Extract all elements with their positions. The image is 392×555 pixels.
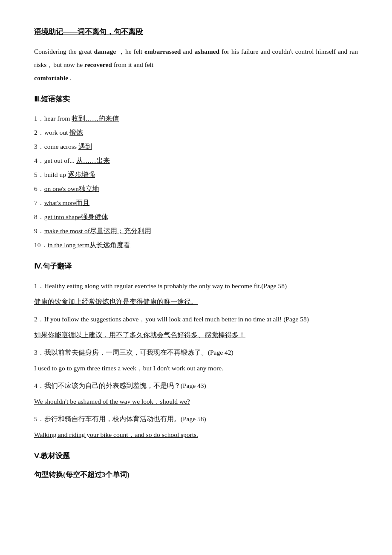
phrase-chinese: 逐步增强 [68, 171, 95, 178]
phrase-english: work out [44, 129, 69, 136]
context-text-3: and [183, 48, 192, 55]
phrase-english: on one's own [44, 185, 79, 192]
context-title: 语境助记——词不离句，句不离段 [34, 26, 358, 39]
ashamed-word-text: ashamed [195, 48, 220, 55]
translation-english-answer: We shouldn't be ashamed of the way we lo… [34, 395, 358, 408]
phrase-english: get into shape [44, 213, 81, 220]
translation-chinese: 如果你能遵循以上建议，用不了多久你就会气色好得多、感觉棒得多！ [34, 328, 358, 341]
phrase-num: 3． [34, 143, 44, 150]
phrase-num: 1． [34, 115, 44, 122]
phrase-item: 5．build up 逐步增强 [34, 168, 358, 181]
phrase-item: 9．make the most of尽量运用；充分利用 [34, 224, 358, 237]
phrase-chinese: 遇到 [78, 143, 92, 150]
phrase-num: 7． [34, 199, 44, 206]
phrases-list: 1．hear from 收到……的来信2．work out 锻炼3．come a… [34, 112, 358, 251]
phrase-num: 2． [34, 129, 44, 136]
translation-chinese-question: 4．我们不应该为自己的外表感到羞愧，不是吗？(Page 43) [34, 379, 358, 392]
damage-word: damage [94, 48, 116, 55]
phrase-english: in the long term [48, 241, 90, 249]
section-iii-title: Ⅲ.短语落实 [34, 93, 358, 106]
phrase-english: make the most of [44, 227, 90, 234]
translations-list: 1．Healthy eating along with regular exer… [34, 279, 358, 441]
section-v-title: Ⅴ.教材设题 [34, 450, 358, 463]
phrase-chinese: 从……出来 [76, 157, 110, 164]
translation-chinese-question: 5．步行和骑自行车有用，校内体育活动也有用。(Page 58) [34, 412, 358, 425]
phrase-item: 3．come across 遇到 [34, 140, 358, 153]
section-v-subtitle: 句型转换(每空不超过3个单词) [34, 468, 358, 482]
embarrassed-word: embarrassed [144, 48, 181, 55]
phrase-english: hear from [44, 115, 72, 122]
phrase-num: 8． [34, 213, 44, 220]
phrase-chinese: 而且 [76, 199, 89, 206]
phrase-num: 4． [34, 157, 44, 164]
phrase-chinese: 强身健体 [81, 213, 108, 220]
phrase-chinese: 尽量运用；充分利用 [90, 227, 151, 234]
phrase-english: build up [44, 171, 68, 178]
context-text-2: ，he felt [118, 48, 142, 55]
context-text-1: Considering the great [34, 48, 92, 55]
phrase-item: 2．work out 锻炼 [34, 126, 358, 139]
phrase-chinese: 独立地 [79, 185, 99, 192]
phrase-num: 6． [34, 185, 44, 192]
phrase-item: 8．get into shape强身健体 [34, 210, 358, 223]
translation-chinese: 健康的饮食加上经常锻炼也许是变得健康的唯一途径。 [34, 295, 358, 308]
phrase-chinese: 从长远角度看 [89, 241, 130, 249]
recovered-word: recovered [84, 61, 112, 68]
phrase-english: what's more [44, 199, 76, 206]
phrase-num: 10． [34, 241, 48, 249]
section-iv-title: Ⅳ.句子翻译 [34, 260, 358, 273]
phrase-item: 4．get out of... 从……出来 [34, 154, 358, 167]
context-text-5: from it and felt [114, 61, 153, 68]
translation-chinese-question: 3．我以前常去健身房，一周三次，可我现在不再锻炼了。(Page 42) [34, 346, 358, 359]
phrase-item: 6．on one's own独立地 [34, 182, 358, 195]
context-paragraph: Considering the great damage ，he felt em… [34, 45, 358, 84]
context-text-6: . [70, 74, 72, 81]
translation-english: 1．Healthy eating along with regular exer… [34, 279, 358, 292]
phrase-item: 1．hear from 收到……的来信 [34, 112, 358, 125]
phrase-english: get out of... [44, 157, 76, 164]
translation-english: 2．If you follow the suggestions above，yo… [34, 312, 358, 326]
phrase-item: 10．in the long term从长远角度看 [34, 238, 358, 251]
phrase-item: 7．what's more而且 [34, 196, 358, 209]
translation-english-answer: I used to go to gym three times a week，b… [34, 361, 358, 375]
phrase-num: 5． [34, 171, 44, 178]
phrase-chinese: 锻炼 [69, 129, 83, 136]
translation-english-answer: Walking and riding your bike count，and s… [34, 428, 358, 441]
phrase-chinese: 收到……的来信 [72, 115, 119, 122]
phrase-num: 9． [34, 227, 44, 234]
phrase-english: come across [44, 143, 78, 150]
comfortable-word: comfortable [34, 74, 68, 81]
